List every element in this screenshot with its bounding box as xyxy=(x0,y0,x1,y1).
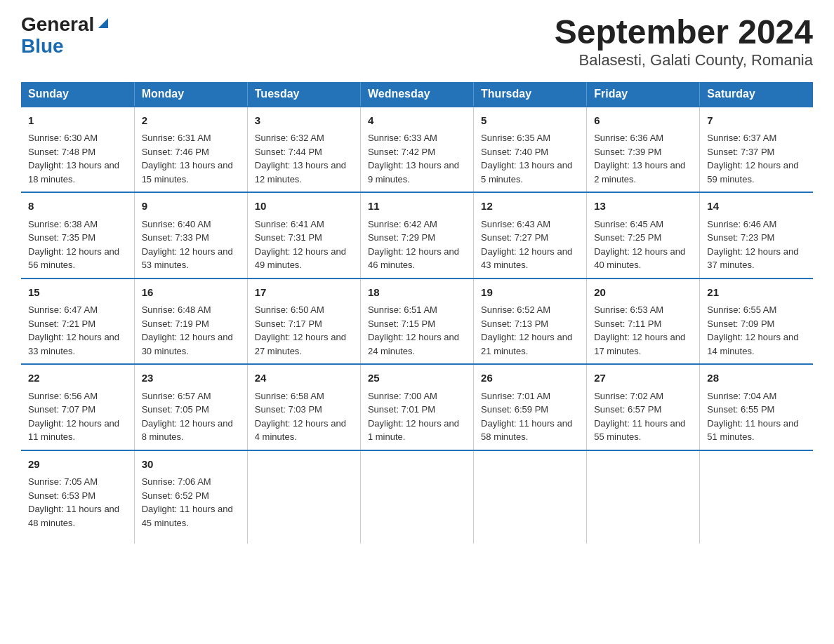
day-number: 12 xyxy=(481,199,579,215)
calendar-cell: 29Sunrise: 7:05 AM Sunset: 6:53 PM Dayli… xyxy=(21,450,134,544)
day-info: Sunrise: 7:06 AM Sunset: 6:52 PM Dayligh… xyxy=(142,475,240,530)
day-number: 16 xyxy=(142,285,240,301)
day-info: Sunrise: 6:46 AM Sunset: 7:23 PM Dayligh… xyxy=(707,217,806,272)
day-number: 18 xyxy=(368,285,466,301)
calendar-cell: 2Sunrise: 6:31 AM Sunset: 7:46 PM Daylig… xyxy=(134,107,247,193)
day-info: Sunrise: 7:02 AM Sunset: 6:57 PM Dayligh… xyxy=(594,389,692,444)
logo-triangle-icon xyxy=(95,15,111,31)
logo-blue-text: Blue xyxy=(21,35,64,57)
day-number: 6 xyxy=(594,113,692,129)
day-number: 23 xyxy=(142,370,240,387)
day-info: Sunrise: 6:52 AM Sunset: 7:13 PM Dayligh… xyxy=(481,303,579,358)
day-info: Sunrise: 7:00 AM Sunset: 7:01 PM Dayligh… xyxy=(368,389,466,444)
header-monday: Monday xyxy=(134,82,247,107)
calendar-cell: 3Sunrise: 6:32 AM Sunset: 7:44 PM Daylig… xyxy=(247,107,360,193)
day-info: Sunrise: 6:40 AM Sunset: 7:33 PM Dayligh… xyxy=(142,217,240,272)
page-header: General Blue September 2024 Balasesti, G… xyxy=(21,14,813,69)
calendar-cell: 9Sunrise: 6:40 AM Sunset: 7:33 PM Daylig… xyxy=(134,192,247,279)
day-info: Sunrise: 6:53 AM Sunset: 7:11 PM Dayligh… xyxy=(594,303,692,358)
calendar-week-row: 22Sunrise: 6:56 AM Sunset: 7:07 PM Dayli… xyxy=(21,364,813,450)
calendar-cell: 15Sunrise: 6:47 AM Sunset: 7:21 PM Dayli… xyxy=(21,279,134,365)
title-block: September 2024 Balasesti, Galati County,… xyxy=(555,14,813,69)
header-friday: Friday xyxy=(587,82,700,107)
day-number: 4 xyxy=(368,113,466,129)
day-info: Sunrise: 6:47 AM Sunset: 7:21 PM Dayligh… xyxy=(28,303,127,358)
day-number: 20 xyxy=(594,285,692,301)
day-info: Sunrise: 6:56 AM Sunset: 7:07 PM Dayligh… xyxy=(28,389,127,444)
day-info: Sunrise: 6:48 AM Sunset: 7:19 PM Dayligh… xyxy=(142,303,240,358)
day-info: Sunrise: 6:30 AM Sunset: 7:48 PM Dayligh… xyxy=(28,131,127,186)
day-number: 1 xyxy=(28,113,127,129)
day-number: 17 xyxy=(255,285,353,301)
header-wednesday: Wednesday xyxy=(360,82,473,107)
calendar-cell: 4Sunrise: 6:33 AM Sunset: 7:42 PM Daylig… xyxy=(360,107,473,193)
day-info: Sunrise: 6:37 AM Sunset: 7:37 PM Dayligh… xyxy=(707,131,806,186)
day-info: Sunrise: 6:38 AM Sunset: 7:35 PM Dayligh… xyxy=(28,217,127,272)
calendar-cell: 28Sunrise: 7:04 AM Sunset: 6:55 PM Dayli… xyxy=(700,364,813,450)
day-info: Sunrise: 6:42 AM Sunset: 7:29 PM Dayligh… xyxy=(368,217,466,272)
calendar-cell: 13Sunrise: 6:45 AM Sunset: 7:25 PM Dayli… xyxy=(587,192,700,279)
calendar-cell xyxy=(247,450,360,544)
calendar-cell: 10Sunrise: 6:41 AM Sunset: 7:31 PM Dayli… xyxy=(247,192,360,279)
day-info: Sunrise: 6:45 AM Sunset: 7:25 PM Dayligh… xyxy=(594,217,692,272)
calendar-cell: 12Sunrise: 6:43 AM Sunset: 7:27 PM Dayli… xyxy=(474,192,587,279)
calendar-week-row: 8Sunrise: 6:38 AM Sunset: 7:35 PM Daylig… xyxy=(21,192,813,279)
day-number: 7 xyxy=(707,113,806,129)
day-info: Sunrise: 6:31 AM Sunset: 7:46 PM Dayligh… xyxy=(142,131,240,186)
day-info: Sunrise: 6:50 AM Sunset: 7:17 PM Dayligh… xyxy=(255,303,353,358)
calendar-cell: 20Sunrise: 6:53 AM Sunset: 7:11 PM Dayli… xyxy=(587,279,700,365)
header-saturday: Saturday xyxy=(700,82,813,107)
calendar-cell: 25Sunrise: 7:00 AM Sunset: 7:01 PM Dayli… xyxy=(360,364,473,450)
day-number: 9 xyxy=(142,199,240,215)
day-number: 30 xyxy=(142,457,240,473)
day-number: 11 xyxy=(368,199,466,215)
day-info: Sunrise: 7:04 AM Sunset: 6:55 PM Dayligh… xyxy=(707,389,806,444)
day-number: 10 xyxy=(255,199,353,215)
day-info: Sunrise: 6:41 AM Sunset: 7:31 PM Dayligh… xyxy=(255,217,353,272)
calendar-cell: 5Sunrise: 6:35 AM Sunset: 7:40 PM Daylig… xyxy=(474,107,587,193)
day-number: 28 xyxy=(707,370,806,387)
header-tuesday: Tuesday xyxy=(247,82,360,107)
day-number: 29 xyxy=(28,457,127,473)
calendar-title: September 2024 xyxy=(555,14,813,51)
calendar-table: Sunday Monday Tuesday Wednesday Thursday… xyxy=(21,82,813,544)
day-info: Sunrise: 7:01 AM Sunset: 6:59 PM Dayligh… xyxy=(481,389,579,444)
calendar-cell: 30Sunrise: 7:06 AM Sunset: 6:52 PM Dayli… xyxy=(134,450,247,544)
day-info: Sunrise: 6:43 AM Sunset: 7:27 PM Dayligh… xyxy=(481,217,579,272)
day-number: 19 xyxy=(481,285,579,301)
svg-marker-0 xyxy=(98,18,108,28)
calendar-week-row: 1Sunrise: 6:30 AM Sunset: 7:48 PM Daylig… xyxy=(21,107,813,193)
day-number: 22 xyxy=(28,370,127,387)
header-thursday: Thursday xyxy=(474,82,587,107)
calendar-cell: 14Sunrise: 6:46 AM Sunset: 7:23 PM Dayli… xyxy=(700,192,813,279)
calendar-cell xyxy=(587,450,700,544)
day-number: 26 xyxy=(481,370,579,387)
day-info: Sunrise: 6:55 AM Sunset: 7:09 PM Dayligh… xyxy=(707,303,806,358)
day-number: 13 xyxy=(594,199,692,215)
day-number: 25 xyxy=(368,370,466,387)
calendar-cell: 11Sunrise: 6:42 AM Sunset: 7:29 PM Dayli… xyxy=(360,192,473,279)
day-number: 14 xyxy=(707,199,806,215)
calendar-cell: 1Sunrise: 6:30 AM Sunset: 7:48 PM Daylig… xyxy=(21,107,134,193)
day-info: Sunrise: 6:57 AM Sunset: 7:05 PM Dayligh… xyxy=(142,389,240,444)
day-info: Sunrise: 6:51 AM Sunset: 7:15 PM Dayligh… xyxy=(368,303,466,358)
day-info: Sunrise: 7:05 AM Sunset: 6:53 PM Dayligh… xyxy=(28,475,127,530)
logo-general-text: General xyxy=(21,14,94,36)
calendar-week-row: 15Sunrise: 6:47 AM Sunset: 7:21 PM Dayli… xyxy=(21,279,813,365)
calendar-header-row: Sunday Monday Tuesday Wednesday Thursday… xyxy=(21,82,813,107)
day-number: 8 xyxy=(28,199,127,215)
calendar-cell: 16Sunrise: 6:48 AM Sunset: 7:19 PM Dayli… xyxy=(134,279,247,365)
day-number: 15 xyxy=(28,285,127,301)
day-number: 2 xyxy=(142,113,240,129)
day-info: Sunrise: 6:58 AM Sunset: 7:03 PM Dayligh… xyxy=(255,389,353,444)
calendar-cell: 21Sunrise: 6:55 AM Sunset: 7:09 PM Dayli… xyxy=(700,279,813,365)
calendar-cell: 27Sunrise: 7:02 AM Sunset: 6:57 PM Dayli… xyxy=(587,364,700,450)
logo: General Blue xyxy=(21,14,111,58)
calendar-subtitle: Balasesti, Galati County, Romania xyxy=(555,51,813,69)
day-number: 24 xyxy=(255,370,353,387)
header-sunday: Sunday xyxy=(21,82,134,107)
calendar-week-row: 29Sunrise: 7:05 AM Sunset: 6:53 PM Dayli… xyxy=(21,450,813,544)
calendar-cell: 18Sunrise: 6:51 AM Sunset: 7:15 PM Dayli… xyxy=(360,279,473,365)
calendar-cell: 6Sunrise: 6:36 AM Sunset: 7:39 PM Daylig… xyxy=(587,107,700,193)
calendar-cell: 24Sunrise: 6:58 AM Sunset: 7:03 PM Dayli… xyxy=(247,364,360,450)
